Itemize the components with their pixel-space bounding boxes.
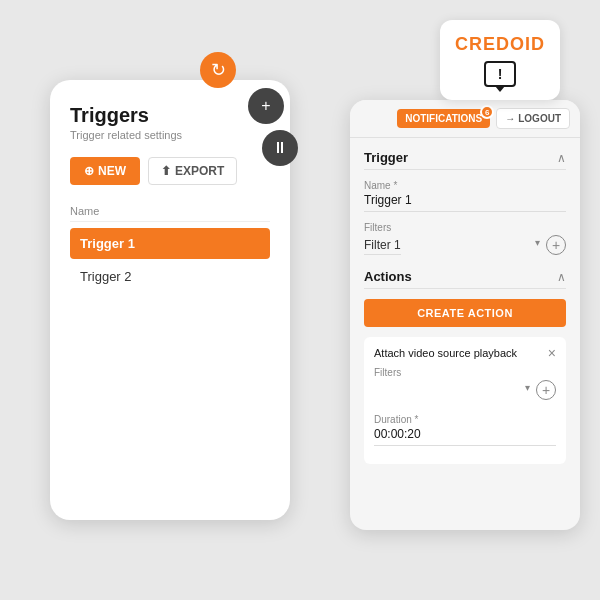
logout-button[interactable]: → LOGOUT bbox=[496, 108, 570, 129]
triggers-subtitle: Trigger related settings bbox=[70, 129, 270, 141]
add-filter-button[interactable]: + bbox=[546, 235, 566, 255]
triggers-panel: Triggers Trigger related settings ⊕ NEW … bbox=[50, 80, 290, 520]
filter-select[interactable]: Filter 1 bbox=[364, 236, 401, 255]
action-card: Attach video source playback × Filters + bbox=[364, 337, 566, 464]
new-button[interactable]: ⊕ NEW bbox=[70, 157, 140, 185]
scene: CREDOID ! ↻ + ⏸ Triggers Trigger related… bbox=[0, 0, 600, 600]
pause-icon[interactable]: ⏸ bbox=[262, 130, 298, 166]
trigger-row-1[interactable]: Trigger 1 bbox=[70, 228, 270, 259]
logo-id: ID bbox=[525, 34, 545, 54]
trigger-name-value[interactable]: Trigger 1 bbox=[364, 193, 566, 212]
trigger-section-header: Trigger ∧ bbox=[364, 150, 566, 170]
actions-section-header: Actions ∧ bbox=[364, 269, 566, 289]
export-icon: ⬆ bbox=[161, 164, 171, 178]
action-card-title: Attach video source playback bbox=[374, 347, 517, 359]
settings-panel: NOTIFICATIONS 6 → LOGOUT Trigger ∧ Name … bbox=[350, 100, 580, 530]
trigger-row-2[interactable]: Trigger 2 bbox=[70, 261, 270, 292]
logo-text: CREDOID bbox=[455, 34, 545, 55]
trigger-name-label: Name * bbox=[364, 180, 566, 191]
add-icon[interactable]: + bbox=[248, 88, 284, 124]
section-divider: Actions ∧ bbox=[364, 269, 566, 289]
actions-section-title: Actions bbox=[364, 269, 412, 284]
settings-topbar: NOTIFICATIONS 6 → LOGOUT bbox=[350, 100, 580, 138]
duration-value[interactable]: 00:00:20 bbox=[374, 427, 556, 446]
table-header: Name bbox=[70, 201, 270, 222]
export-button[interactable]: ⬆ EXPORT bbox=[148, 157, 237, 185]
action-card-header: Attach video source playback × bbox=[374, 345, 556, 361]
triggers-toolbar: ⊕ NEW ⬆ EXPORT bbox=[70, 157, 270, 185]
create-action-button[interactable]: CREATE ACTION bbox=[364, 299, 566, 327]
notifications-badge: 6 bbox=[480, 105, 494, 119]
settings-content: Trigger ∧ Name * Trigger 1 Filters Filte… bbox=[350, 138, 580, 530]
action-card-close-icon[interactable]: × bbox=[548, 345, 556, 361]
refresh-icon[interactable]: ↻ bbox=[200, 52, 236, 88]
trigger-section-title: Trigger bbox=[364, 150, 408, 165]
filters-label: Filters bbox=[364, 222, 566, 233]
logo-icon: ! bbox=[484, 61, 516, 87]
filter-select-row: Filter 1 + bbox=[364, 235, 566, 255]
logo-box: CREDOID ! bbox=[440, 20, 560, 100]
filter-select-wrapper: Filter 1 bbox=[364, 235, 540, 255]
duration-label: Duration * bbox=[374, 414, 556, 425]
actions-collapse-icon[interactable]: ∧ bbox=[557, 270, 566, 284]
logout-icon: → bbox=[505, 113, 515, 124]
plus-icon: ⊕ bbox=[84, 164, 94, 178]
add-action-filter-button[interactable]: + bbox=[536, 380, 556, 400]
triggers-title: Triggers bbox=[70, 104, 270, 127]
action-filter-select-row: + bbox=[374, 380, 556, 400]
action-filter-select-wrapper bbox=[374, 380, 530, 400]
action-filters-label: Filters bbox=[374, 367, 556, 378]
trigger-collapse-icon[interactable]: ∧ bbox=[557, 151, 566, 165]
notifications-button[interactable]: NOTIFICATIONS 6 bbox=[397, 109, 490, 128]
logo-credo: CREDO bbox=[455, 34, 525, 54]
